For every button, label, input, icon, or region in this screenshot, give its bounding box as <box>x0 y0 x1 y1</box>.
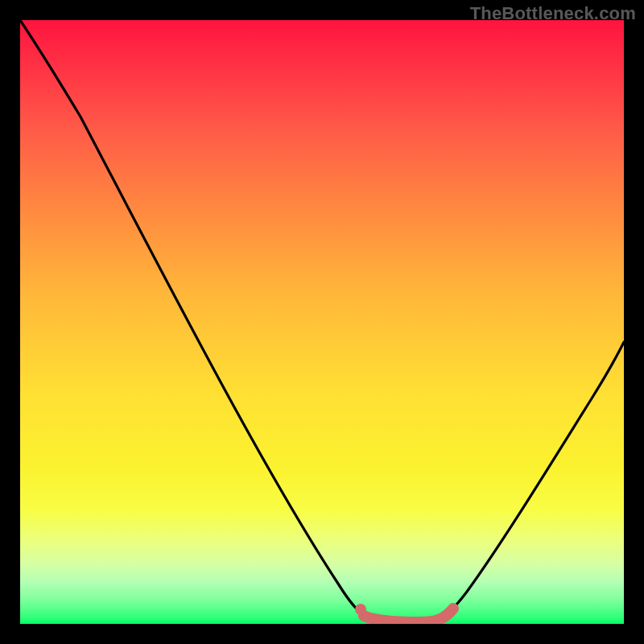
curve-svg <box>20 20 624 624</box>
chart-stage: TheBottleneck.com <box>0 0 644 644</box>
plot-area <box>20 20 624 624</box>
bottleneck-curve-path <box>20 20 624 622</box>
zero-bottleneck-highlight-path <box>364 609 453 622</box>
